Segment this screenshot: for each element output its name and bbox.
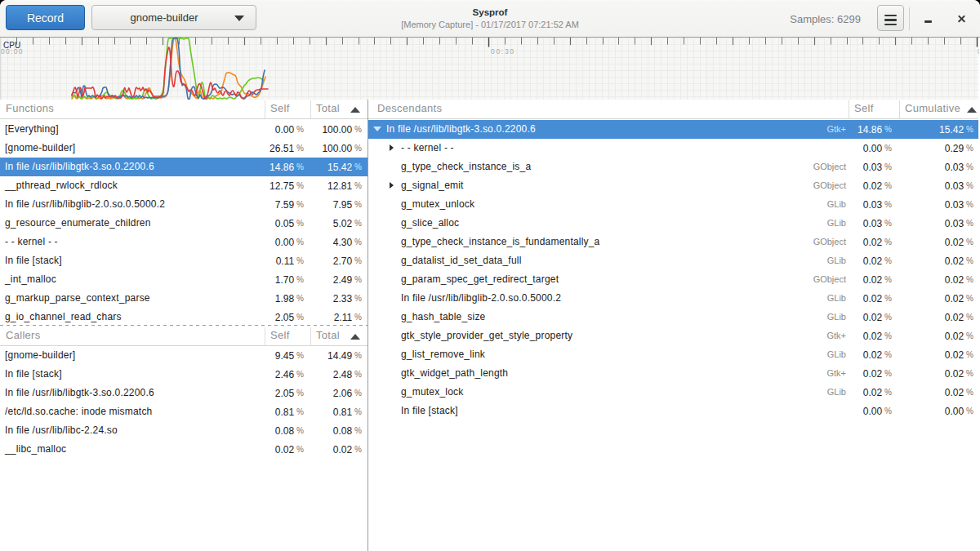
svg-text:00:60: 00:60 [978, 47, 979, 56]
svg-text:00:00: 00:00 [1, 47, 24, 56]
svg-text:00:30: 00:30 [491, 47, 515, 56]
